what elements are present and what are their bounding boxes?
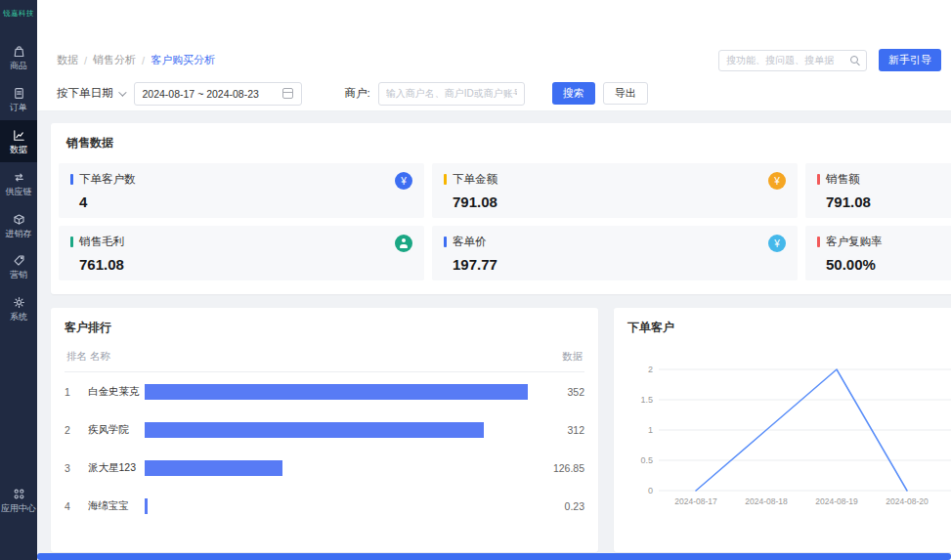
stat-tile-sales-amount: 销售额 791.08 — [805, 163, 951, 218]
sidebar-item-orders[interactable]: 订单 — [0, 78, 37, 120]
rank-number: 4 — [65, 500, 88, 512]
column-header-name: 名称 — [90, 350, 147, 364]
stat-value: 50.00% — [826, 256, 951, 273]
stat-value: 761.08 — [79, 256, 412, 273]
chart-card-title: 下单客户 — [627, 320, 951, 336]
main-area: 数据 / 销售分析 / 客户购买分析 新手引导 按下单日期 2024-08-17… — [37, 0, 951, 560]
sidebar-item-app-center[interactable]: 应用中心 — [0, 479, 37, 521]
top-spacer — [37, 0, 951, 44]
rank-number: 3 — [65, 462, 88, 474]
sales-card-title: 销售数据 — [66, 135, 951, 151]
column-header-rank: 排名 — [66, 350, 90, 364]
app-root: 锐嘉科技 商品 订单 数据 供应链 进销存 — [0, 0, 951, 560]
sidebar-item-marketing[interactable]: 营销 — [0, 245, 37, 287]
ranking-table-header: 排名 名称 数据 — [65, 336, 584, 372]
export-button[interactable]: 导出 — [603, 82, 648, 105]
stat-tile-gross-profit: 销售毛利 761.08 — [59, 226, 424, 280]
svg-text:1: 1 — [648, 425, 653, 435]
calendar-icon — [282, 88, 293, 99]
sidebar-item-products[interactable]: 商品 — [0, 36, 37, 78]
global-search-box[interactable] — [718, 50, 867, 71]
merchant-search-input[interactable] — [378, 82, 525, 106]
topbar-right: 新手引导 — [718, 49, 941, 71]
chart-icon — [12, 128, 26, 143]
ranking-row: 4 海绵宝宝 0.23 — [65, 487, 584, 525]
sidebar-item-label: 营销 — [10, 271, 27, 280]
date-range-picker[interactable]: 2024-08-17 ~ 2024-08-23 — [134, 82, 302, 106]
newbie-guide-button[interactable]: 新手引导 — [879, 49, 941, 71]
bag-icon — [12, 44, 26, 59]
sidebar-item-label: 数据 — [10, 146, 27, 155]
sidebar: 锐嘉科技 商品 订单 数据 供应链 进销存 — [0, 0, 37, 560]
customer-ranking-card: 客户排行 排名 名称 数据 1 白金史莱克 352 2 — [51, 308, 598, 552]
merchant-label: 商户: — [345, 86, 370, 101]
sidebar-nav: 商品 订单 数据 供应链 进销存 营销 — [0, 36, 37, 329]
stat-label: 客单价 — [453, 235, 487, 249]
sidebar-item-label: 系统 — [10, 313, 27, 323]
stat-label: 下单金额 — [453, 172, 497, 187]
breadcrumb-separator: / — [84, 55, 87, 66]
customer-name: 疾风学院 — [88, 423, 145, 437]
svg-text:2024-08-17: 2024-08-17 — [674, 496, 717, 506]
breadcrumb-data[interactable]: 数据 — [57, 53, 78, 67]
rank-number: 2 — [65, 424, 88, 436]
order-icon — [12, 86, 26, 101]
order-customers-chart-card: 下单客户 00.511.522024-08-172024-08-182024-0… — [614, 308, 951, 552]
app-grid-icon — [12, 487, 26, 501]
gear-icon — [12, 295, 26, 310]
stat-value: 791.08 — [826, 194, 951, 210]
svg-text:0: 0 — [648, 486, 653, 495]
tile-accent-bar — [817, 174, 820, 185]
sidebar-item-label: 商品 — [10, 62, 27, 71]
yuan-badge-icon: ¥ — [768, 235, 786, 252]
sidebar-item-inventory[interactable]: 进销存 — [0, 204, 37, 246]
global-search-input[interactable] — [726, 55, 850, 65]
breadcrumb: 数据 / 销售分析 / 客户购买分析 — [57, 53, 215, 67]
customer-name: 海绵宝宝 — [88, 499, 145, 513]
ranking-row: 1 白金史莱克 352 — [65, 372, 584, 410]
ranking-bar — [145, 498, 148, 514]
ranking-row: 2 疾风学院 312 — [65, 410, 584, 449]
stat-tile-avg-per-customer: 客单价 ¥ 197.77 — [432, 226, 798, 280]
content: 销售数据 下单客户数 ¥ 4 下单金额 — [37, 111, 951, 560]
stat-tile-order-amount: 下单金额 ¥ 791.08 — [432, 163, 798, 218]
sidebar-item-data[interactable]: 数据 — [0, 120, 37, 162]
stat-label: 销售额 — [826, 172, 860, 187]
bottom-row: 客户排行 排名 名称 数据 1 白金史莱克 352 2 — [51, 308, 951, 552]
inventory-box-icon — [12, 212, 26, 227]
stat-value: 791.08 — [453, 194, 786, 210]
yuan-badge-icon: ¥ — [395, 172, 412, 190]
search-icon[interactable] — [850, 56, 859, 65]
stat-label: 下单客户数 — [79, 172, 136, 187]
stat-value: 4 — [79, 194, 412, 210]
sidebar-item-label: 供应链 — [6, 188, 32, 197]
customer-name: 派大星123 — [88, 461, 145, 475]
stat-tile-repurchase-rate: 客户复购率 50.00% — [805, 226, 951, 280]
svg-text:2024-08-20: 2024-08-20 — [886, 496, 929, 506]
customer-name: 白金史莱克 — [88, 385, 145, 399]
sidebar-item-supply-chain[interactable]: 供应链 — [0, 162, 37, 204]
horizontal-scrollbar[interactable] — [37, 553, 951, 560]
line-chart: 00.511.522024-08-172024-08-182024-08-192… — [627, 342, 951, 513]
svg-text:1.5: 1.5 — [640, 395, 653, 405]
supply-chain-icon — [12, 170, 26, 185]
topbar: 数据 / 销售分析 / 客户购买分析 新手引导 — [37, 44, 951, 76]
stat-label: 客户复购率 — [826, 235, 883, 249]
ranking-card-title: 客户排行 — [65, 320, 584, 336]
sidebar-item-label: 进销存 — [6, 230, 32, 239]
svg-text:2024-08-19: 2024-08-19 — [815, 496, 858, 506]
ranking-value: 0.23 — [534, 500, 584, 512]
sidebar-item-system[interactable]: 系统 — [0, 287, 37, 329]
date-type-label: 按下单日期 — [57, 86, 113, 101]
logo: 锐嘉科技 — [3, 0, 34, 22]
ranking-value: 352 — [534, 386, 584, 398]
tile-accent-bar — [444, 237, 447, 247]
tile-accent-bar — [817, 237, 820, 247]
svg-text:2024-08-18: 2024-08-18 — [745, 496, 788, 506]
ranking-row: 3 派大星123 126.85 — [65, 449, 584, 487]
date-type-select[interactable]: 按下单日期 — [57, 86, 124, 101]
search-button[interactable]: 搜索 — [552, 82, 595, 105]
breadcrumb-sales-analysis[interactable]: 销售分析 — [93, 53, 136, 67]
sales-data-card: 销售数据 下单客户数 ¥ 4 下单金额 — [51, 123, 951, 294]
ranking-bar — [145, 384, 528, 400]
